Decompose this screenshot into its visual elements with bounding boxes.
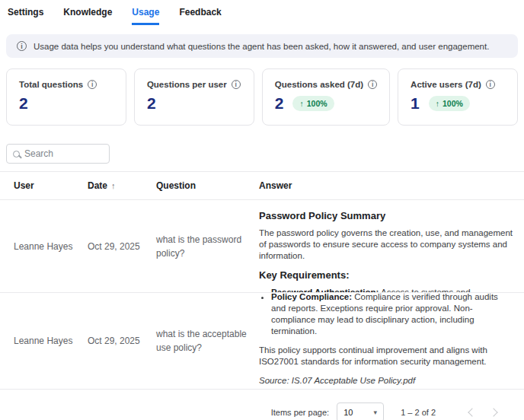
cell-question: what is the acceptable use policy? bbox=[156, 327, 259, 355]
card-label: Active users (7d) bbox=[411, 80, 481, 89]
search-box[interactable] bbox=[6, 144, 110, 164]
search-icon bbox=[13, 151, 20, 158]
bullet-lead: Policy Compliance: bbox=[271, 293, 352, 301]
card-label: Questions per user bbox=[147, 80, 227, 89]
cell-question: what is the password policy? bbox=[156, 233, 259, 260]
usage-info-banner: i Usage data helps you understand what q… bbox=[6, 34, 518, 58]
bullet-lead: Password Authentication: bbox=[271, 288, 379, 292]
column-label: Answer bbox=[259, 180, 292, 191]
cell-date: Oct 29, 2025 bbox=[88, 240, 156, 253]
trend-badge: ↑ 100% bbox=[429, 96, 470, 111]
column-header-question: Question bbox=[156, 180, 259, 191]
stat-value: 2 bbox=[19, 95, 28, 111]
tab-usage[interactable]: Usage bbox=[132, 7, 159, 25]
trend-value: 100% bbox=[443, 99, 463, 108]
info-icon[interactable]: i bbox=[368, 80, 377, 89]
card-active-users-7d: Active users (7d) i 1 ↑ 100% bbox=[398, 68, 518, 126]
tab-knowledge[interactable]: Knowledge bbox=[63, 7, 112, 25]
info-icon[interactable]: i bbox=[486, 80, 495, 89]
paginator: Items per page: 10 ▾ 1 – 2 of 2 bbox=[0, 390, 524, 420]
usage-table: User Date ↑ Question Answer Leanne Hayes… bbox=[0, 171, 524, 390]
cell-answer: Policy Compliance: Compliance is verifie… bbox=[259, 293, 516, 389]
table-header: User Date ↑ Question Answer bbox=[0, 172, 524, 200]
info-icon[interactable]: i bbox=[232, 80, 241, 89]
prev-page-button[interactable] bbox=[462, 402, 483, 420]
cell-user: Leanne Hayes bbox=[14, 240, 88, 253]
card-label: Total questions bbox=[19, 80, 83, 89]
column-header-answer: Answer bbox=[259, 180, 516, 191]
cell-date: Oct 29, 2025 bbox=[88, 334, 156, 348]
answer-bullet: Password Authentication: Access to syste… bbox=[271, 287, 513, 292]
info-icon: i bbox=[17, 41, 27, 51]
card-questions-asked-7d: Questions asked (7d) i 2 ↑ 100% bbox=[262, 68, 390, 126]
trend-up-icon: ↑ bbox=[299, 99, 303, 108]
items-per-page-select[interactable]: 10 ▾ bbox=[337, 402, 384, 420]
trend-value: 100% bbox=[307, 99, 328, 108]
trend-up-icon: ↑ bbox=[436, 99, 439, 108]
card-questions-per-user: Questions per user i 2 bbox=[134, 68, 254, 126]
tab-bar: Settings Knowledge Usage Feedback bbox=[0, 0, 524, 25]
table-row: Leanne Hayes Oct 29, 2025 what is the pa… bbox=[0, 200, 524, 293]
chevron-right-icon bbox=[489, 408, 497, 416]
column-header-user: User bbox=[14, 180, 88, 191]
answer-source: Source: IS.07 Acceptable Use Policy.pdf bbox=[259, 375, 513, 387]
next-page-button[interactable] bbox=[483, 402, 504, 420]
answer-heading: Password Policy Summary bbox=[259, 210, 513, 222]
column-header-date[interactable]: Date ↑ bbox=[88, 180, 156, 191]
answer-paragraph: This policy supports continual improveme… bbox=[259, 345, 513, 368]
tab-feedback[interactable]: Feedback bbox=[179, 7, 221, 25]
stat-cards: Total questions i 2 Questions per user i… bbox=[6, 68, 518, 126]
card-label: Questions asked (7d) bbox=[275, 80, 363, 89]
answer-bullet: Policy Compliance: Compliance is verifie… bbox=[271, 293, 513, 337]
trend-badge: ↑ 100% bbox=[292, 96, 334, 111]
info-icon[interactable]: i bbox=[88, 80, 97, 89]
items-per-page-label: Items per page: bbox=[271, 408, 329, 417]
search-input[interactable] bbox=[24, 148, 103, 159]
banner-text: Usage data helps you understand what que… bbox=[34, 42, 489, 51]
cell-user: Leanne Hayes bbox=[14, 334, 88, 348]
answer-paragraph: The password policy governs the creation… bbox=[259, 228, 513, 262]
table-row: Leanne Hayes Oct 29, 2025 what is the ac… bbox=[0, 293, 524, 390]
chevron-left-icon bbox=[468, 408, 476, 416]
tab-settings[interactable]: Settings bbox=[8, 7, 43, 25]
sort-asc-icon[interactable]: ↑ bbox=[111, 181, 116, 190]
column-label: Question bbox=[156, 180, 196, 191]
stat-value: 2 bbox=[147, 95, 156, 111]
answer-list: Policy Compliance: Compliance is verifie… bbox=[259, 293, 513, 337]
page-size-value: 10 bbox=[343, 408, 353, 417]
answer-list: Password Authentication: Access to syste… bbox=[259, 287, 513, 292]
card-total-questions: Total questions i 2 bbox=[6, 68, 126, 126]
column-label: User bbox=[14, 180, 34, 191]
column-label: Date bbox=[88, 180, 107, 191]
chevron-down-icon: ▾ bbox=[374, 409, 378, 416]
page-range: 1 – 2 of 2 bbox=[401, 408, 436, 417]
stat-value: 2 bbox=[275, 95, 284, 111]
stat-value: 1 bbox=[411, 95, 420, 111]
answer-heading: Key Requirements: bbox=[259, 269, 513, 282]
cell-answer: Password Policy Summary The password pol… bbox=[259, 200, 516, 292]
